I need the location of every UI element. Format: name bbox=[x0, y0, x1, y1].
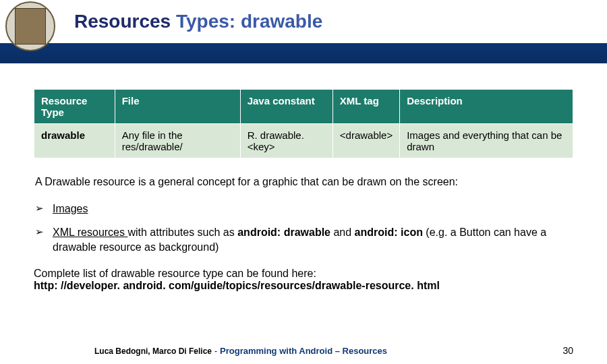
seal-inner-icon bbox=[15, 8, 46, 44]
accent-bar bbox=[0, 43, 607, 63]
page-number: 30 bbox=[562, 345, 573, 356]
intro-text: A Drawable resource is a general concept… bbox=[34, 175, 573, 189]
table-row: drawable Any file in the res/drawable/ R… bbox=[34, 124, 573, 158]
col-resource-type: Resource Type bbox=[34, 90, 115, 124]
title-part1: Resources bbox=[74, 11, 176, 32]
table-header-row: Resource Type File Java constant XML tag… bbox=[34, 90, 573, 124]
list-item: XML resources with attributes such as an… bbox=[53, 225, 573, 254]
cell-type: drawable bbox=[34, 124, 115, 158]
bullet-list: Images XML resources with attributes suc… bbox=[34, 202, 573, 255]
title-part2: Types: drawable bbox=[176, 11, 322, 32]
slide-footer: Luca Bedogni, Marco Di Felice - Programm… bbox=[0, 345, 607, 356]
col-java-constant: Java constant bbox=[240, 90, 333, 124]
bullet-text: with attributes such as bbox=[127, 226, 237, 238]
footer-authors: Luca Bedogni, Marco Di Felice bbox=[94, 346, 212, 356]
link-url: http: //developer. android. com/guide/to… bbox=[34, 280, 573, 292]
col-description: Description bbox=[400, 90, 573, 124]
bullet-text: and bbox=[330, 226, 355, 238]
cell-constant: R. drawable. <key> bbox=[240, 124, 333, 158]
cell-xml: <drawable> bbox=[333, 124, 399, 158]
footer-course: Programming with Android – Resources bbox=[220, 346, 387, 356]
cell-file: Any file in the res/drawable/ bbox=[115, 124, 240, 158]
link-pre: Complete list of drawable resource type … bbox=[34, 268, 573, 280]
col-xml-tag: XML tag bbox=[333, 90, 399, 124]
bullet-bold: android: drawable bbox=[237, 226, 330, 238]
slide-title: Resources Types: drawable bbox=[74, 11, 322, 32]
bullet-bold: android: icon bbox=[355, 226, 423, 238]
bullet-lead: XML resources bbox=[53, 226, 127, 238]
title-bar: Resources Types: drawable bbox=[0, 0, 607, 43]
university-seal-icon bbox=[5, 1, 55, 51]
footer-sep: - bbox=[214, 346, 217, 356]
slide-content: Resource Type File Java constant XML tag… bbox=[0, 63, 607, 292]
resource-table: Resource Type File Java constant XML tag… bbox=[34, 89, 573, 158]
link-block: Complete list of drawable resource type … bbox=[34, 268, 573, 292]
list-item: Images bbox=[53, 202, 573, 216]
bullet-lead: Images bbox=[53, 203, 88, 214]
col-file: File bbox=[115, 90, 240, 124]
cell-desc: Images and everything that can be drawn bbox=[400, 124, 573, 158]
